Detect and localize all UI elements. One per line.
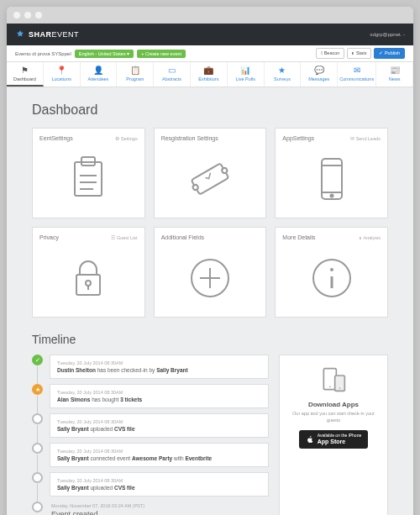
download-apps-card: Download Apps Our app and you can start … bbox=[279, 355, 388, 515]
window-dot[interactable] bbox=[13, 12, 20, 18]
tab-icon: 💼 bbox=[192, 66, 225, 75]
card-info[interactable]: More Details⫾ Analysis bbox=[275, 227, 388, 318]
timeline-entry: Tuesday, 20 July 2014 08:30AMAlan Simons… bbox=[50, 384, 269, 408]
brand-logo[interactable]: SHAREVENT bbox=[15, 29, 79, 39]
user-menu[interactable]: sdgrp@ppnet. - bbox=[370, 32, 405, 37]
card-clipboard[interactable]: EentSettings⚙ Settings bbox=[32, 128, 145, 218]
devices-icon bbox=[288, 367, 379, 396]
svg-point-11 bbox=[330, 194, 333, 197]
card-action[interactable]: ☰ Guest List bbox=[111, 235, 137, 240]
timeline-item: Tuesday, 20 July 2014 08:30AMSally Bryan… bbox=[32, 443, 269, 467]
timeline-item: Tuesday, 20 July 2014 08:30AMSally Bryan… bbox=[32, 413, 269, 438]
stats-button[interactable]: ⫾ Stats bbox=[347, 48, 371, 59]
apple-icon bbox=[306, 435, 314, 444]
main-content: Dashboard EentSettings⚙ SettingsResgistr… bbox=[7, 87, 413, 515]
timeline-text: Sally Bryant uploaded CVS file bbox=[57, 426, 261, 432]
window-titlebar bbox=[7, 7, 413, 24]
timeline-entry: Tuesday, 20 July 2014 08:30AMDustin Shel… bbox=[50, 355, 269, 379]
timeline-bullet bbox=[32, 472, 43, 483]
tab-icon: ⚑ bbox=[8, 66, 41, 75]
tab-icon: ✉ bbox=[339, 66, 374, 75]
timeline-entry: Tuesday, 20 July 2014 08:30AMSally Bryan… bbox=[50, 443, 269, 467]
action-buttons: ⟟ Beacon ⫾ Stats ✓ Publish bbox=[316, 48, 405, 59]
timeline-entry: Tuesday, 20 July 2014 08:30AMSally Bryan… bbox=[50, 413, 269, 438]
tab-messages[interactable]: 💬Messages bbox=[301, 62, 338, 87]
window-dot[interactable] bbox=[24, 12, 31, 18]
card-lock[interactable]: Privacy☰ Guest List bbox=[32, 227, 145, 318]
tab-icon: 📰 bbox=[378, 66, 411, 75]
svg-point-13 bbox=[86, 281, 91, 286]
tab-icon: ▭ bbox=[155, 66, 188, 75]
card-ticket[interactable]: Resgistration Settings bbox=[154, 128, 267, 218]
timeline-text: Dustin Shelton has been checked-in by Sa… bbox=[57, 367, 261, 373]
card-action[interactable]: ✉ Send Leads bbox=[350, 136, 381, 141]
dashboard-cards: EentSettings⚙ SettingsResgistration Sett… bbox=[32, 128, 388, 318]
svg-point-6 bbox=[192, 183, 199, 190]
info-icon bbox=[307, 253, 357, 303]
create-event-button[interactable]: + Create new event bbox=[137, 50, 186, 58]
timeline-bullet: ✓ bbox=[32, 355, 43, 365]
card-title: More Details bbox=[282, 234, 315, 240]
timeline-bullet bbox=[32, 502, 43, 512]
tab-program[interactable]: 📋Program bbox=[117, 62, 154, 87]
card-title: Resgistration Settings bbox=[161, 135, 218, 141]
svg-point-22 bbox=[329, 386, 331, 388]
tab-icon: 📋 bbox=[118, 66, 151, 75]
tab-surveys[interactable]: ★Surveys bbox=[265, 62, 302, 87]
timeline-bullet bbox=[32, 413, 43, 424]
event-name[interactable]: Evento di prova SYSppel bbox=[15, 51, 71, 56]
timeline-item: ✓Tuesday, 20 July 2014 08:30AMDustin She… bbox=[32, 355, 269, 379]
card-plus[interactable]: Additional Fields bbox=[154, 227, 267, 318]
phone-icon bbox=[307, 154, 357, 204]
timeline-text: Alan Simons has bought 3 tickets bbox=[57, 397, 261, 402]
tab-communications[interactable]: ✉Communications bbox=[338, 62, 376, 87]
window-dot[interactable] bbox=[35, 12, 42, 18]
timeline-entry: Monday, November 07, 2016 03:24 AM (PST)… bbox=[50, 502, 144, 515]
download-title: Download Apps bbox=[288, 401, 379, 408]
top-bar: SHAREVENT sdgrp@ppnet. - bbox=[7, 24, 413, 45]
nav-tabs: ⚑Dashboard📍Locations👤Attendees📋Program▭A… bbox=[7, 62, 413, 87]
timeline-bullet: ★ bbox=[32, 384, 43, 395]
timeline-entry: Tuesday, 20 July 2014 08:30AMSally Bryan… bbox=[50, 472, 269, 497]
timeline-bullet bbox=[32, 443, 43, 454]
beacon-button[interactable]: ⟟ Beacon bbox=[316, 48, 344, 59]
card-action[interactable]: ⫾ Analysis bbox=[360, 235, 381, 240]
clipboard-icon bbox=[63, 154, 113, 204]
publish-button[interactable]: ✓ Publish bbox=[374, 48, 405, 59]
tab-news[interactable]: 📰News bbox=[376, 62, 413, 87]
timeline-text: Sally Bryant uploaded CVS file bbox=[57, 485, 261, 491]
tab-attendees[interactable]: 👤Attendees bbox=[81, 62, 118, 87]
tab-live-polls[interactable]: 📊Live Polls bbox=[228, 62, 265, 87]
timeline-item: Tuesday, 20 July 2014 08:30AMSally Bryan… bbox=[32, 472, 269, 497]
app-window: SHAREVENT sdgrp@ppnet. - Evento di prova… bbox=[7, 7, 413, 515]
language-selector[interactable]: English - United States ▾ bbox=[75, 50, 134, 58]
card-phone[interactable]: AppSettings✉ Send Leads bbox=[275, 128, 388, 218]
timeline-time: Tuesday, 20 July 2014 08:30AM bbox=[57, 390, 261, 395]
svg-point-24 bbox=[339, 387, 341, 389]
timeline-title: Timeline bbox=[32, 333, 388, 346]
tab-dashboard[interactable]: ⚑Dashboard bbox=[7, 62, 44, 87]
timeline-text: Sally Bryant connected event Awesome Par… bbox=[57, 455, 261, 461]
breadcrumb: Evento di prova SYSppel English - United… bbox=[15, 50, 186, 58]
download-desc: Our app and you can start check-in your … bbox=[288, 411, 379, 423]
timeline-time: Monday, November 07, 2016 03:24 AM (PST) bbox=[51, 503, 144, 508]
card-title: Additional Fields bbox=[161, 234, 204, 240]
timeline-time: Tuesday, 20 July 2014 08:30AM bbox=[57, 419, 261, 424]
plus-icon bbox=[185, 253, 235, 303]
logo-icon bbox=[15, 29, 25, 39]
tab-exhibitors[interactable]: 💼Exhibitors bbox=[191, 62, 228, 87]
svg-point-7 bbox=[221, 166, 228, 173]
tab-icon: 📊 bbox=[229, 66, 262, 75]
timeline-item: ★Tuesday, 20 July 2014 08:30AMAlan Simon… bbox=[32, 384, 269, 408]
card-action[interactable]: ⚙ Settings bbox=[115, 136, 137, 141]
timeline-time: Tuesday, 20 July 2014 08:30AM bbox=[57, 478, 261, 483]
tab-locations[interactable]: 📍Locations bbox=[44, 62, 81, 87]
app-store-button[interactable]: Available on the iPhoneApp Store bbox=[299, 430, 368, 448]
card-title: EentSettings bbox=[39, 135, 73, 141]
timeline-text: Event created bbox=[51, 510, 144, 515]
svg-rect-0 bbox=[75, 162, 102, 196]
sub-bar: Evento di prova SYSppel English - United… bbox=[7, 45, 413, 62]
tab-icon: 💬 bbox=[302, 66, 335, 75]
tab-icon: 👤 bbox=[82, 66, 115, 75]
tab-abstracts[interactable]: ▭Abstracts bbox=[154, 62, 191, 87]
